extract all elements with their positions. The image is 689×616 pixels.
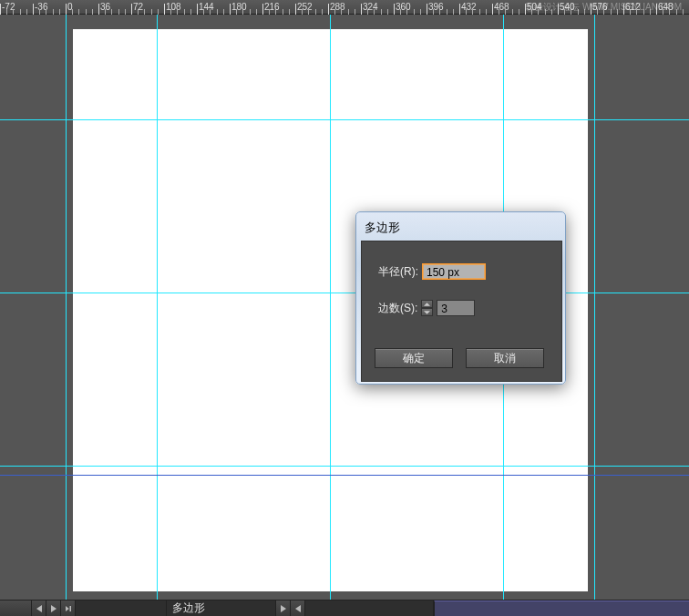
ruler-label: 360 [396,2,411,12]
svg-marker-4 [66,606,69,611]
ruler-tick [361,4,362,15]
ruler-label: 252 [297,2,313,12]
triangle-down-icon [424,311,430,314]
triangle-left-icon [295,605,301,612]
ruler-tick [98,4,99,15]
svg-marker-7 [295,605,301,612]
scroll-left-button[interactable] [291,601,305,616]
skip-right-icon [66,605,71,612]
dialog-body: 半径(R): 150 px 边数(S): 3 确定 取消 [361,241,562,382]
triangle-right-icon [281,605,286,612]
radius-label: 半径(R): [378,264,418,280]
triangle-up-icon [424,303,430,306]
status-bar: 多边形 [0,600,689,616]
ruler-label: 288 [330,2,345,12]
guide-vertical[interactable] [66,15,67,600]
guide-vertical[interactable] [157,15,158,600]
cancel-button[interactable]: 取消 [466,348,544,368]
ruler-tick [131,4,132,15]
ruler-label: 144 [199,2,214,12]
svg-marker-0 [424,303,430,306]
guide-horizontal[interactable] [0,119,689,120]
ruler-tick [427,4,427,15]
ruler-label: 432 [461,2,477,12]
stepper-up-button[interactable] [421,300,433,308]
guide-horizontal[interactable] [0,466,689,467]
sides-row: 边数(S): 3 [378,300,475,316]
status-track [76,601,167,616]
ok-button[interactable]: 确定 [375,348,453,368]
ruler-tick [230,4,231,15]
guide-vertical[interactable] [330,15,331,600]
ruler-tick [492,4,493,15]
guide-horizontal[interactable] [0,475,689,476]
radius-input[interactable]: 150 px [422,263,486,280]
ruler-tick [262,4,263,15]
svg-marker-1 [424,311,430,314]
ruler-label: 396 [428,2,444,12]
ruler-tick [295,4,296,15]
watermark-text: 思缘设计论坛 WWW.MISSYUAN.COM [525,0,682,15]
ruler-tick [33,4,34,15]
dialog-button-row: 确定 取消 [375,348,544,368]
ruler-label: 324 [363,2,378,12]
ruler-tick [197,4,198,15]
triangle-left-icon [36,605,42,612]
status-shape-label: 多边形 [167,601,276,616]
editor-viewport[interactable]: 多边形 半径(R): 150 px 边数(S): 3 确定 [0,15,689,600]
nav-next-button[interactable] [46,601,61,616]
nav-prev-button[interactable] [32,601,46,616]
nav-last-button[interactable] [61,601,76,616]
guide-horizontal[interactable] [0,293,689,293]
dialog-title: 多边形 [361,217,560,241]
svg-marker-3 [51,605,57,612]
scroll-right-button[interactable] [276,601,291,616]
ruler-tick [459,4,460,15]
guide-vertical[interactable] [594,15,595,600]
sides-label: 边数(S): [378,301,417,316]
stepper-down-button[interactable] [421,308,433,316]
svg-marker-2 [36,605,42,612]
polygon-dialog: 多边形 半径(R): 150 px 边数(S): 3 确定 [355,211,566,385]
ruler-tick [66,4,67,15]
ruler-label: 216 [264,2,280,12]
status-info-panel [434,601,689,616]
ruler-tick [0,4,1,15]
triangle-right-icon [51,605,57,612]
sides-stepper [421,300,433,316]
svg-rect-5 [69,606,71,611]
status-segment [0,601,32,616]
ruler-label: 468 [494,2,509,12]
ruler-label: 180 [231,2,247,12]
ruler-tick [328,4,329,15]
sides-input[interactable]: 3 [437,300,475,316]
svg-marker-6 [281,605,286,612]
radius-row: 半径(R): 150 px [378,263,486,280]
ruler-label: 108 [166,2,181,12]
ruler-tick [394,4,395,15]
ruler-tick [164,4,165,15]
status-spacer [305,601,434,616]
